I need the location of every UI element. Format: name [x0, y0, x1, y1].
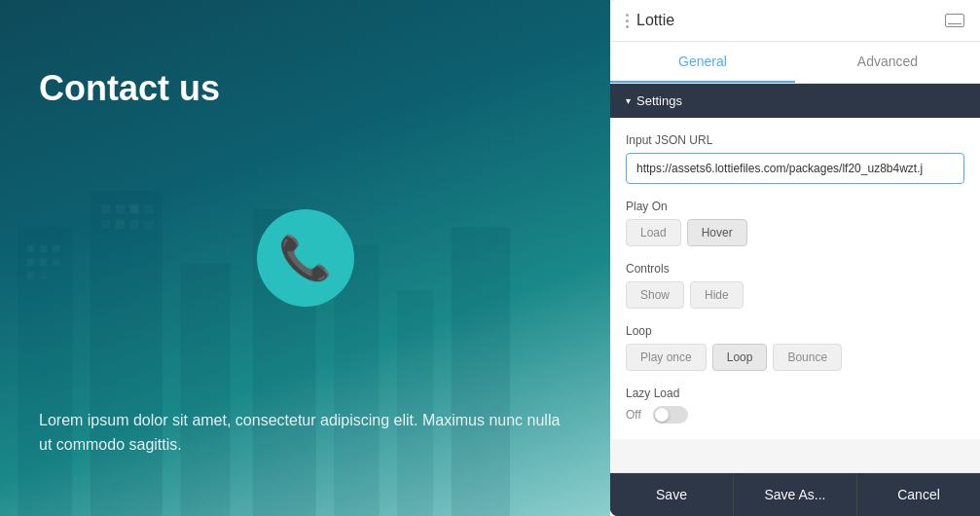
panel-title: Lottie: [636, 12, 674, 29]
controls-hide-button[interactable]: Hide: [690, 281, 744, 309]
settings-content: ▾ Settings Input JSON URL Play On Load H…: [610, 84, 980, 472]
controls-field-group: Controls Show Hide: [626, 262, 964, 309]
section-label: Settings: [636, 93, 682, 108]
panel-header-left: Lottie: [626, 12, 674, 29]
preview-panel: Contact us 📞 Lorem ipsum dolor sit amet,…: [0, 0, 610, 516]
phone-circle: 📞: [257, 209, 354, 307]
play-on-hover-button[interactable]: Hover: [687, 219, 747, 246]
json-url-label: Input JSON URL: [626, 133, 964, 147]
loop-label: Loop: [626, 324, 964, 338]
settings-body: Input JSON URL Play On Load Hover Contro…: [610, 118, 980, 439]
lazy-load-row: Off: [626, 406, 964, 424]
drag-handle-icon: [626, 14, 629, 28]
minimize-button[interactable]: [945, 14, 964, 27]
svg-rect-1: [27, 245, 34, 252]
save-as-button[interactable]: Save As...: [734, 473, 857, 516]
tab-general[interactable]: General: [610, 42, 795, 83]
phone-icon: 📞: [278, 233, 332, 283]
panel-footer: Save Save As... Cancel: [610, 472, 980, 516]
json-url-field-group: Input JSON URL: [626, 133, 964, 184]
play-on-label: Play On: [626, 200, 964, 213]
preview-content: Contact us 📞 Lorem ipsum dolor sit amet,…: [39, 39, 571, 477]
loop-bounce-button[interactable]: Bounce: [773, 344, 842, 371]
loop-field-group: Loop Play once Loop Bounce: [626, 324, 964, 371]
tab-advanced[interactable]: Advanced: [795, 42, 980, 83]
panel-header: Lottie: [610, 0, 980, 42]
play-on-load-button[interactable]: Load: [626, 219, 681, 246]
controls-buttons: Show Hide: [626, 281, 964, 309]
tabs-container: General Advanced: [610, 42, 980, 84]
play-on-field-group: Play On Load Hover: [626, 200, 964, 246]
controls-label: Controls: [626, 262, 964, 276]
lazy-load-toggle[interactable]: [653, 406, 688, 424]
svg-rect-7: [27, 273, 34, 279]
cancel-button[interactable]: Cancel: [857, 473, 980, 516]
contact-title: Contact us: [39, 68, 571, 109]
save-button[interactable]: Save: [610, 473, 734, 516]
loop-play-once-button[interactable]: Play once: [626, 344, 707, 371]
controls-show-button[interactable]: Show: [626, 281, 684, 309]
section-header[interactable]: ▾ Settings: [610, 84, 980, 118]
lorem-text: Lorem ipsum dolor sit amet, consectetur …: [39, 408, 571, 458]
svg-rect-4: [27, 259, 34, 266]
settings-panel: Lottie General Advanced ▾ Settings Input…: [610, 0, 980, 516]
section-chevron-icon: ▾: [626, 95, 631, 106]
lazy-load-toggle-label: Off: [626, 408, 641, 422]
lazy-load-label: Lazy Load: [626, 387, 964, 400]
phone-animation-area: 📞: [39, 109, 571, 408]
play-on-buttons: Load Hover: [626, 219, 964, 246]
lazy-load-field-group: Lazy Load Off: [626, 387, 964, 424]
loop-loop-button[interactable]: Loop: [712, 344, 768, 371]
loop-buttons: Play once Loop Bounce: [626, 344, 964, 371]
json-url-input[interactable]: [626, 153, 964, 184]
